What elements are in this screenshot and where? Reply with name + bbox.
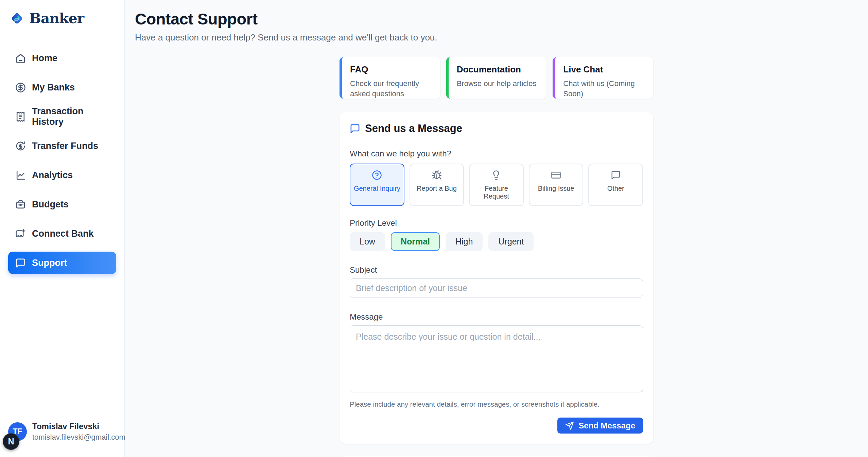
- sidebar-nav: Home My Banks Transaction History Transf…: [8, 47, 116, 274]
- user-email: tomislav.filevski@gmail.com: [32, 433, 125, 442]
- help-card-title: FAQ: [350, 64, 432, 75]
- help-card-faq[interactable]: FAQ Check our frequently asked questions: [340, 57, 440, 99]
- page-subtitle: Have a question or need help? Send us a …: [135, 32, 868, 43]
- nextjs-dev-badge[interactable]: N: [3, 433, 19, 450]
- category-label: Report a Bug: [417, 185, 457, 192]
- category-label: Other: [607, 185, 624, 192]
- sidebar-item-label: Analytics: [32, 170, 73, 181]
- sidebar-item-connect-bank[interactable]: Connect Bank: [8, 222, 116, 245]
- help-card-title: Documentation: [457, 64, 539, 75]
- send-message-button[interactable]: Send Message: [557, 418, 643, 434]
- user-name: Tomislav Filevski: [32, 422, 125, 431]
- briefcase-icon: [15, 199, 26, 210]
- sidebar-item-my-banks[interactable]: My Banks: [8, 76, 116, 99]
- message-square-icon: [15, 258, 26, 268]
- category-report-a-bug[interactable]: Report a Bug: [410, 164, 464, 206]
- sidebar: Banker Home My Banks Transaction History…: [0, 0, 125, 457]
- help-card-documentation[interactable]: Documentation Browse our help articles: [446, 57, 547, 99]
- bug-icon: [432, 170, 442, 180]
- sidebar-item-support[interactable]: Support: [8, 252, 116, 274]
- sidebar-item-label: My Banks: [32, 82, 75, 93]
- sidebar-item-budgets[interactable]: Budgets: [8, 193, 116, 216]
- help-card-description: Check our frequently asked questions: [350, 79, 432, 99]
- message-square-icon: [350, 123, 360, 134]
- sidebar-item-transaction-history[interactable]: Transaction History: [8, 105, 116, 128]
- card-plus-icon: [15, 228, 26, 239]
- dollar-circle-icon: [15, 82, 26, 93]
- page-title: Contact Support: [135, 10, 868, 28]
- category-label: Feature Request: [472, 185, 521, 200]
- form-title: Send us a Message: [365, 122, 462, 135]
- help-card-description: Browse our help articles: [457, 79, 539, 89]
- priority-normal[interactable]: Normal: [391, 232, 440, 251]
- brand-logo[interactable]: Banker: [8, 10, 116, 27]
- sidebar-item-label: Transfer Funds: [32, 141, 98, 151]
- receipt-icon: [15, 112, 26, 122]
- sidebar-item-home[interactable]: Home: [8, 47, 116, 69]
- transfer-dollar-icon: [15, 141, 26, 151]
- contact-form-card: Send us a Message What can we help you w…: [340, 112, 653, 444]
- priority-low[interactable]: Low: [350, 232, 385, 251]
- sidebar-item-label: Home: [32, 53, 57, 64]
- sidebar-item-analytics[interactable]: Analytics: [8, 164, 116, 186]
- lightbulb-icon: [491, 170, 501, 180]
- category-general-inquiry[interactable]: General Inquiry: [350, 164, 404, 206]
- category-label: General Inquiry: [354, 185, 400, 192]
- sidebar-item-label: Connect Bank: [32, 228, 94, 239]
- priority-high[interactable]: High: [446, 232, 483, 251]
- message-label: Message: [350, 312, 643, 322]
- priority-urgent[interactable]: Urgent: [488, 232, 534, 251]
- send-icon: [565, 421, 574, 430]
- send-message-label: Send Message: [578, 421, 635, 430]
- message-square-icon: [611, 170, 621, 180]
- help-cards-row: FAQ Check our frequently asked questions…: [340, 57, 653, 99]
- message-textarea[interactable]: [350, 325, 643, 392]
- banker-logo-icon: [9, 10, 25, 27]
- category-options: General Inquiry Report a Bug Feature Req…: [350, 164, 643, 206]
- category-other[interactable]: Other: [588, 164, 643, 206]
- subject-input[interactable]: [350, 278, 643, 298]
- category-label: Billing Issue: [538, 185, 574, 192]
- priority-label: Priority Level: [350, 218, 643, 228]
- sidebar-item-transfer-funds[interactable]: Transfer Funds: [8, 135, 116, 157]
- house-icon: [15, 53, 26, 64]
- category-billing-issue[interactable]: Billing Issue: [529, 164, 584, 206]
- help-circle-icon: [372, 170, 382, 180]
- brand-name: Banker: [29, 10, 84, 27]
- message-helper-text: Please include any relevant details, err…: [350, 400, 643, 408]
- subject-label: Subject: [350, 265, 643, 275]
- page-header: Contact Support Have a question or need …: [135, 10, 868, 43]
- app-root: Banker Home My Banks Transaction History…: [0, 0, 868, 457]
- sidebar-item-label: Transaction History: [32, 106, 109, 127]
- main-content: Contact Support Have a question or need …: [125, 0, 868, 457]
- help-card-description: Chat with us (Coming Soon): [563, 79, 645, 99]
- user-profile: TF Tomislav Filevski tomislav.filevski@g…: [8, 422, 125, 442]
- sidebar-item-label: Budgets: [32, 199, 69, 210]
- help-card-live-chat[interactable]: Live Chat Chat with us (Coming Soon): [553, 57, 653, 99]
- help-card-title: Live Chat: [563, 64, 645, 75]
- credit-card-icon: [551, 170, 561, 180]
- category-label: What can we help you with?: [350, 149, 643, 158]
- priority-options: Low Normal High Urgent: [350, 232, 643, 251]
- category-feature-request[interactable]: Feature Request: [469, 164, 524, 206]
- chart-line-icon: [15, 170, 26, 181]
- sidebar-item-label: Support: [32, 258, 67, 268]
